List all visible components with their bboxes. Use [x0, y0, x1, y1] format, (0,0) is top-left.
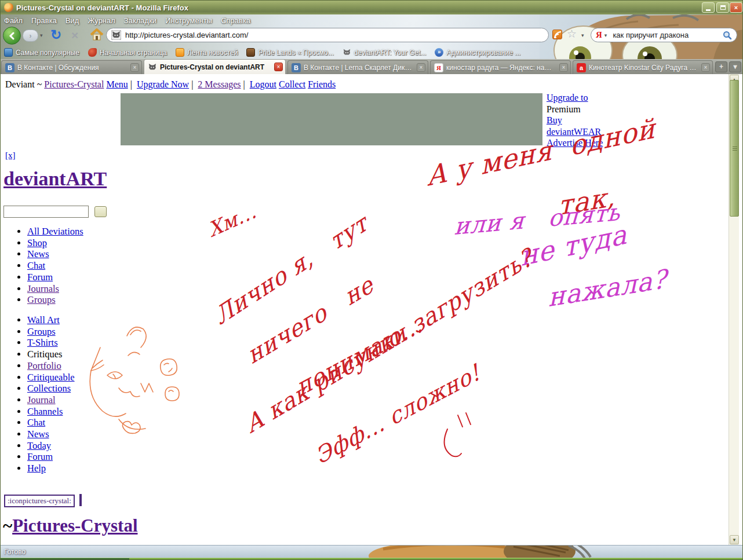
nav-collections[interactable]: Collections [27, 383, 71, 394]
rss-icon[interactable] [552, 30, 562, 39]
forward-button[interactable]: › [23, 30, 38, 42]
tab-label: В Контакте | Lerna Скарлет Дикая ... [304, 64, 414, 72]
menu-tools[interactable]: Инструменты [165, 16, 212, 25]
menu-bookmarks[interactable]: Закладки [124, 16, 156, 25]
site-search-input[interactable] [3, 206, 89, 218]
home-button[interactable] [90, 28, 104, 43]
tab-kinostar[interactable]: a Кинотеатр Kinostar City Радуга - Ра...… [573, 60, 713, 74]
history-dropdown-icon[interactable]: ▾ [40, 32, 43, 38]
nav-news-2[interactable]: News [27, 429, 49, 440]
nav-groups-2[interactable]: Groups [27, 326, 56, 337]
tab-yandex-search[interactable]: Я киностар радуга — Яндекс: нашлос... × [430, 60, 571, 74]
menu-edit[interactable]: Правка [31, 16, 57, 25]
list-item: Forum [27, 272, 83, 283]
close-button[interactable]: × [730, 2, 742, 13]
taskbar-edge [1, 558, 743, 560]
tab-vk-lerna[interactable]: В В Контакте | Lerna Скарлет Дикая ... × [287, 60, 428, 74]
nav-journals[interactable]: Journals [27, 283, 59, 294]
vertical-scrollbar[interactable]: ▲ ▼ [729, 74, 739, 545]
profile-name-link[interactable]: Pictures-Crystal [12, 515, 137, 536]
scrollbar-thumb[interactable] [730, 80, 739, 217]
nav-groups[interactable]: Groups [27, 294, 56, 305]
menu-help[interactable]: Справка [221, 16, 250, 25]
bookmark-administration[interactable]: » Администрирование ... [435, 48, 520, 57]
secondary-nav-list: Wall Art Groups T-Shirts Critiques Portf… [1, 314, 75, 474]
collect-link[interactable]: Collect [279, 79, 305, 89]
list-all-tabs-button[interactable]: ▾ [729, 61, 741, 72]
stop-button[interactable]: × [71, 28, 78, 42]
back-button[interactable] [3, 27, 21, 45]
scroll-down-arrow[interactable]: ▼ [730, 535, 739, 544]
most-popular-icon [4, 48, 13, 57]
handwriting-magenta-3: нажала? [548, 263, 667, 312]
minimize-button[interactable] [702, 2, 715, 13]
bookmark-star-icon[interactable]: ☆ [567, 27, 577, 41]
vk-favicon: В [292, 63, 301, 72]
menu-view[interactable]: Вид [65, 16, 79, 25]
nav-chat-2[interactable]: Chat [27, 417, 45, 428]
search-bar[interactable]: Я ▾ как приручит дракона [591, 28, 737, 42]
nav-all-deviations[interactable]: All Deviations [27, 226, 83, 237]
search-engine-icon[interactable]: Я [596, 30, 602, 40]
tab-vk-discussions[interactable]: В В Контакте | Обсуждения × [1, 60, 142, 74]
smiley-doodle [438, 412, 476, 461]
nav-help[interactable]: Help [27, 463, 46, 474]
nav-chat[interactable]: Chat [27, 260, 45, 271]
nav-forum[interactable]: Forum [27, 272, 53, 283]
menu-file[interactable]: Файл [4, 16, 23, 25]
nav-portfolio[interactable]: Portfolio [27, 360, 61, 371]
list-item: T-Shirts [27, 337, 75, 349]
upgrade-to-link[interactable]: Upgrade to [547, 93, 588, 103]
messages-link[interactable]: 2 Messages [198, 79, 241, 89]
bookmark-start-page[interactable]: Начальная страница [88, 48, 167, 57]
nav-today[interactable]: Today [27, 440, 51, 451]
buy-link[interactable]: Buy [547, 115, 562, 125]
tab-close-icon[interactable]: × [559, 63, 568, 72]
bookmark-pride-lands[interactable]: Pride Lands « Просмо... [246, 48, 333, 57]
nav-shop[interactable]: Shop [27, 237, 47, 248]
restore-button[interactable] [716, 2, 729, 13]
close-ad-link[interactable]: [x] [5, 151, 16, 160]
url-text: http://pictures-crystal.deviantart.com/ [125, 31, 248, 39]
nav-channels[interactable]: Channels [27, 406, 63, 417]
url-bar[interactable]: http://pictures-crystal.deviantart.com/ [106, 28, 549, 42]
nav-wall-art[interactable]: Wall Art [27, 314, 60, 325]
feed-icon [176, 48, 184, 57]
deviantart-favicon [148, 63, 157, 72]
search-query[interactable]: как приручит дракона [613, 31, 723, 39]
list-item: Journals [27, 283, 83, 295]
tab-close-icon[interactable]: × [130, 63, 139, 72]
logout-link[interactable]: Logout [250, 79, 276, 89]
bookmark-news-feed[interactable]: Лента новостей [176, 48, 238, 57]
username-link[interactable]: Pictures-Crystal [44, 79, 104, 89]
bookmark-deviantart[interactable]: deviantART: Your Get... [343, 48, 427, 57]
tab-close-icon[interactable]: × [274, 63, 283, 71]
nav-critiqueable[interactable]: Critiqueable [27, 372, 75, 383]
urlbar-dropdown-icon[interactable]: ▾ [581, 32, 584, 38]
menu-link[interactable]: Menu [106, 79, 128, 89]
reload-button[interactable]: ↻ [50, 27, 61, 43]
menu-history[interactable]: Журнал [88, 16, 115, 25]
nav-forum-2[interactable]: Forum [27, 451, 53, 462]
site-search-button[interactable] [94, 206, 107, 217]
tab-close-icon[interactable]: × [701, 63, 710, 72]
list-item: Today [27, 440, 75, 452]
list-item: Groups [27, 294, 83, 306]
tab-pictures-crystal[interactable]: Pictures-Crystal on deviantART × [144, 59, 286, 74]
new-tab-button[interactable]: + [715, 61, 727, 72]
upgrade-now-link[interactable]: Upgrade Now [137, 79, 189, 89]
tab-close-icon[interactable]: × [417, 63, 425, 72]
vk-favicon: В [5, 63, 14, 72]
chevron-double-icon: » [435, 48, 443, 57]
nav-tshirts[interactable]: T-Shirts [27, 337, 58, 348]
title-bar: Pictures-Crystal on deviantART - Mozilla… [1, 1, 743, 14]
nav-news[interactable]: News [27, 248, 49, 259]
search-icon[interactable] [723, 31, 732, 40]
bookmark-most-popular[interactable]: Самые популярные [4, 48, 79, 57]
nav-journal[interactable]: Journal [27, 394, 56, 405]
search-engine-dropdown-icon[interactable]: ▾ [604, 32, 607, 38]
friends-link[interactable]: Friends [308, 79, 336, 89]
deviantart-logo-link[interactable]: deviantART [3, 168, 107, 190]
firefox-icon [4, 3, 13, 12]
list-item: Chat [27, 417, 75, 429]
